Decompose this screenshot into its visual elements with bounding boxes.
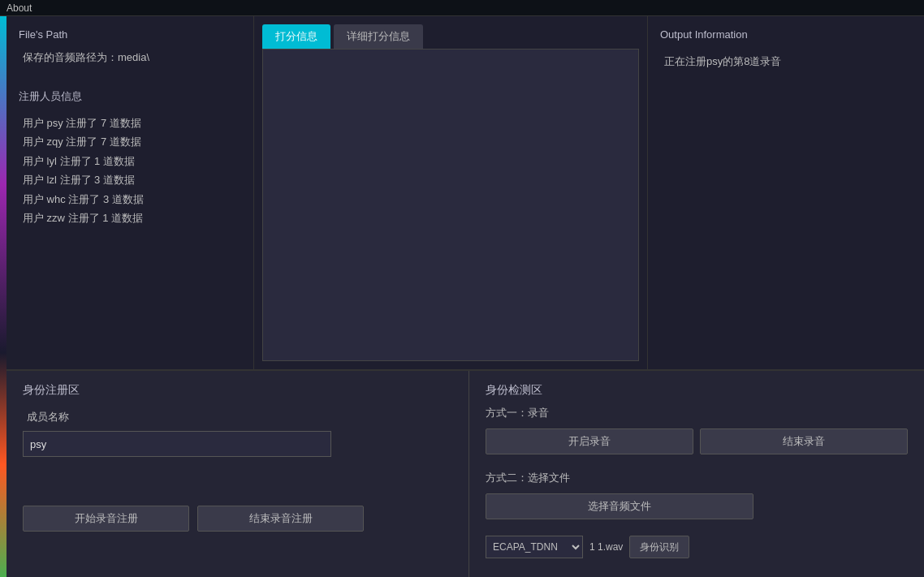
user-list-item: 用户 zqy 注册了 7 道数据 bbox=[23, 132, 237, 151]
detect-area: 身份检测区 方式一：录音 开启录音 结束录音 方式二：选择文件 选择音频文件 E… bbox=[469, 371, 924, 577]
user-info-title: 注册人员信息 bbox=[19, 89, 241, 104]
tab-detail[interactable]: 详细打分信息 bbox=[334, 24, 423, 49]
output-info-section: Output Information 正在注册psy的第8道录音 bbox=[660, 28, 912, 73]
member-input[interactable] bbox=[23, 431, 331, 457]
user-list: 用户 psy 注册了 7 道数据用户 zqy 注册了 7 道数据用户 lyl 注… bbox=[19, 114, 241, 227]
user-list-item: 用户 zzw 注册了 1 道数据 bbox=[23, 209, 237, 227]
title-bar: About bbox=[0, 0, 924, 16]
ways-label: 1 1.wav bbox=[589, 541, 623, 553]
reg-area: 身份注册区 成员名称 开始录音注册 结束录音注册 bbox=[6, 371, 469, 577]
output-title: Output Information bbox=[660, 28, 912, 41]
method2-label: 方式二：选择文件 bbox=[486, 471, 908, 485]
title-text: About bbox=[6, 2, 32, 14]
left-color-bar bbox=[0, 16, 6, 577]
left-panel: File's Path 保存的音频路径为：media\ 注册人员信息 用户 ps… bbox=[6, 16, 254, 369]
bottom-section: 身份注册区 成员名称 开始录音注册 结束录音注册 身份检测区 方式一：录音 开启… bbox=[6, 371, 924, 577]
end-record-reg-button[interactable]: 结束录音注册 bbox=[197, 506, 364, 532]
member-label: 成员名称 bbox=[23, 410, 452, 424]
model-row: ECAPA_TDNN 1 1.wav 身份识别 bbox=[486, 536, 908, 558]
top-section: File's Path 保存的音频路径为：media\ 注册人员信息 用户 ps… bbox=[6, 16, 924, 371]
method2-section: 方式二：选择文件 选择音频文件 bbox=[486, 471, 908, 519]
detect-title: 身份检测区 bbox=[486, 383, 908, 398]
method1-label: 方式一：录音 bbox=[486, 406, 908, 420]
model-select[interactable]: ECAPA_TDNN bbox=[486, 536, 583, 558]
reg-title: 身份注册区 bbox=[23, 383, 452, 398]
file-path-value: 保存的音频路径为：media\ bbox=[19, 50, 241, 65]
tab-bar: 打分信息 详细打分信息 bbox=[254, 16, 647, 49]
end-recording-button[interactable]: 结束录音 bbox=[700, 428, 908, 454]
file-path-section: File's Path 保存的音频路径为：media\ bbox=[19, 28, 241, 65]
output-text: 正在注册psy的第8道录音 bbox=[660, 50, 912, 73]
file-path-title: File's Path bbox=[19, 28, 241, 41]
middle-panel: 打分信息 详细打分信息 bbox=[254, 16, 648, 369]
right-panel: Output Information 正在注册psy的第8道录音 bbox=[648, 16, 924, 369]
tab-content-area bbox=[262, 49, 639, 361]
user-list-item: 用户 psy 注册了 7 道数据 bbox=[23, 114, 237, 132]
user-list-item: 用户 whc 注册了 3 道数据 bbox=[23, 190, 237, 209]
select-audio-file-button[interactable]: 选择音频文件 bbox=[486, 493, 753, 519]
identify-button[interactable]: 身份识别 bbox=[629, 536, 689, 558]
reg-buttons: 开始录音注册 结束录音注册 bbox=[23, 506, 452, 532]
start-recording-button[interactable]: 开启录音 bbox=[486, 428, 693, 454]
start-record-reg-button[interactable]: 开始录音注册 bbox=[23, 506, 189, 532]
user-list-item: 用户 lzl 注册了 3 道数据 bbox=[23, 170, 237, 189]
main-content: File's Path 保存的音频路径为：media\ 注册人员信息 用户 ps… bbox=[6, 16, 924, 577]
method1-buttons: 开启录音 结束录音 bbox=[486, 428, 908, 454]
method1-section: 方式一：录音 开启录音 结束录音 bbox=[486, 406, 908, 454]
user-list-item: 用户 lyl 注册了 1 道数据 bbox=[23, 152, 237, 170]
user-info-section: 注册人员信息 用户 psy 注册了 7 道数据用户 zqy 注册了 7 道数据用… bbox=[19, 89, 241, 227]
tab-score[interactable]: 打分信息 bbox=[262, 24, 330, 49]
